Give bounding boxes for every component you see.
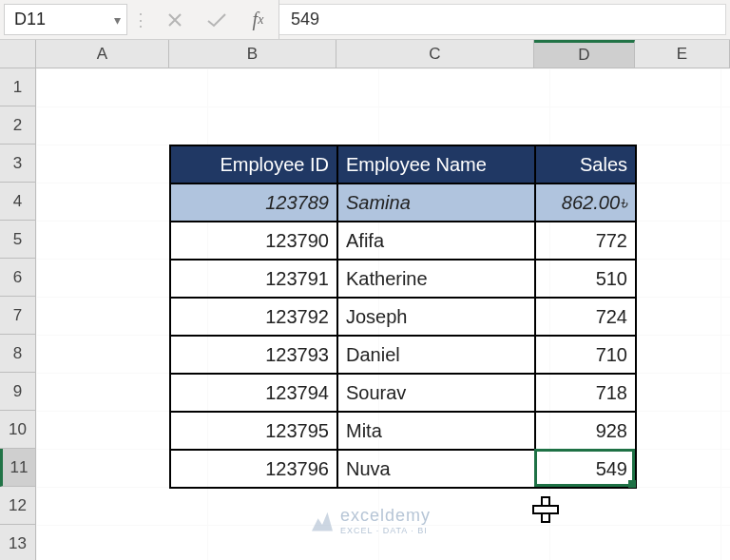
table-row: 123789Samina862.00৳ [170, 183, 636, 222]
formula-bar: D11 ▾ ⋮ fx 549 [0, 0, 730, 40]
select-all-corner[interactable] [0, 40, 36, 68]
cell-sales[interactable]: 710 [535, 336, 636, 374]
col-header-employee-name[interactable]: Employee Name [337, 145, 535, 183]
cell-id[interactable]: 123791 [170, 260, 337, 298]
column-header[interactable]: A [36, 40, 169, 68]
confirm-icon[interactable] [196, 0, 238, 39]
formula-input[interactable]: 549 [279, 4, 726, 35]
cell-id[interactable]: 123793 [170, 336, 337, 374]
cell-name[interactable]: Afifa [337, 222, 535, 260]
column-header[interactable]: B [169, 40, 336, 68]
watermark-logo-icon [312, 511, 333, 531]
cell-sales[interactable]: 718 [535, 374, 636, 412]
row-header[interactable]: 6 [0, 259, 35, 297]
cell-sales[interactable]: 549 [535, 450, 636, 488]
name-box[interactable]: D11 ▾ [4, 4, 127, 35]
row-header[interactable]: 1 [0, 68, 35, 106]
column-headers[interactable]: ABCDE [36, 40, 730, 68]
row-header[interactable]: 9 [0, 373, 35, 411]
excel-cursor-icon [532, 496, 557, 521]
cells-area[interactable]: Employee ID Employee Name Sales 123789Sa… [36, 68, 730, 560]
cell-name[interactable]: Mita [337, 412, 535, 450]
row-header[interactable]: 11 [0, 449, 35, 487]
row-header[interactable]: 12 [0, 487, 35, 525]
fx-icon[interactable]: fx [238, 0, 279, 39]
cell-sales[interactable]: 510 [535, 260, 636, 298]
col-header-employee-id[interactable]: Employee ID [170, 145, 337, 183]
column-header[interactable]: E [635, 40, 730, 68]
row-header[interactable]: 2 [0, 106, 35, 145]
cell-name[interactable]: Sourav [337, 374, 535, 412]
column-header[interactable]: C [336, 40, 534, 68]
row-header[interactable]: 3 [0, 145, 35, 183]
employee-table: Employee ID Employee Name Sales 123789Sa… [169, 145, 637, 489]
cell-name[interactable]: Nuva [337, 450, 535, 488]
row-headers[interactable]: 12345678910111213 [0, 68, 36, 560]
row-header[interactable]: 5 [0, 221, 35, 259]
cell-sales[interactable]: 772 [535, 222, 636, 260]
cell-id[interactable]: 123795 [170, 412, 337, 450]
table-row: 123792Joseph724 [170, 298, 636, 336]
col-header-sales[interactable]: Sales [535, 145, 636, 183]
formula-value: 549 [291, 10, 319, 29]
table-row: 123794Sourav718 [170, 374, 636, 412]
cell-sales[interactable]: 862.00৳ [535, 183, 636, 222]
row-header[interactable]: 4 [0, 183, 35, 221]
cell-id[interactable]: 123794 [170, 374, 337, 412]
cell-sales[interactable]: 928 [535, 412, 636, 450]
spreadsheet-grid[interactable]: ABCDE 12345678910111213 Employee ID Empl… [0, 40, 730, 560]
table-row: 123793Daniel710 [170, 336, 636, 374]
cell-id[interactable]: 123789 [170, 183, 337, 222]
table-row: 123796Nuva549 [170, 450, 636, 488]
cell-id[interactable]: 123790 [170, 222, 337, 260]
cell-name[interactable]: Katherine [337, 260, 535, 298]
chevron-down-icon[interactable]: ▾ [114, 12, 121, 28]
table-row: 123790Afifa772 [170, 222, 636, 260]
cell-name[interactable]: Samina [337, 183, 535, 222]
table-row: 123791Katherine510 [170, 260, 636, 298]
separator-icon: ⋮ [127, 0, 154, 39]
cell-id[interactable]: 123796 [170, 450, 337, 488]
cell-sales[interactable]: 724 [535, 298, 636, 336]
row-header[interactable]: 10 [0, 411, 35, 449]
cell-id[interactable]: 123792 [170, 298, 337, 336]
row-header[interactable]: 7 [0, 297, 35, 335]
watermark-subtext: EXCEL · DATA · BI [340, 526, 431, 535]
column-header[interactable]: D [534, 40, 635, 68]
cancel-icon[interactable] [154, 0, 196, 39]
row-header[interactable]: 13 [0, 525, 35, 560]
table-row: 123795Mita928 [170, 412, 636, 450]
cell-name[interactable]: Joseph [337, 298, 535, 336]
cell-name[interactable]: Daniel [337, 336, 535, 374]
watermark: exceldemy EXCEL · DATA · BI [312, 506, 431, 535]
table-header-row: Employee ID Employee Name Sales [170, 145, 636, 183]
name-box-value: D11 [14, 10, 46, 29]
row-header[interactable]: 8 [0, 335, 35, 373]
watermark-text: exceldemy [340, 506, 431, 526]
